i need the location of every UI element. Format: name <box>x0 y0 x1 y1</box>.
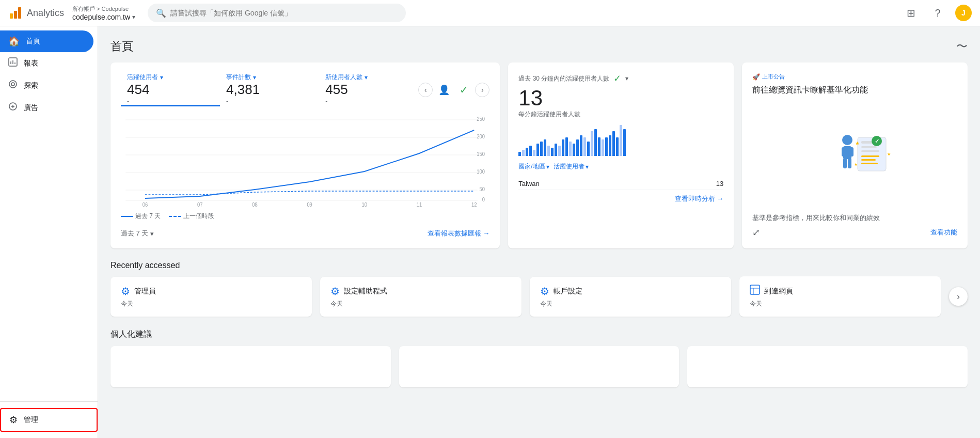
bar-16 <box>573 144 575 156</box>
search-bar[interactable]: 🔍 <box>148 4 406 22</box>
svg-rect-33 <box>849 147 853 157</box>
cards-row: 活躍使用者 ▾ 454 - 事件計數 ▾ 4,381 - <box>110 62 968 248</box>
view-feature-link[interactable]: 查看功能 <box>930 228 957 237</box>
bar-26 <box>609 135 611 156</box>
metric-label-active[interactable]: 活躍使用者 ▾ <box>127 73 214 82</box>
svg-text:100: 100 <box>477 169 485 175</box>
app-logo-text: Analytics <box>27 8 64 19</box>
main-layout: 🏠 首頁 報表 探索 廣告 ⚙ 管理 <box>0 26 980 438</box>
metric-new-users[interactable]: 新使用者人數 ▾ 455 - <box>319 73 418 106</box>
filter-country-dropdown-icon: ▾ <box>546 163 549 170</box>
bar-1 <box>518 152 521 156</box>
bar-9 <box>547 146 550 156</box>
bar-11 <box>555 144 557 156</box>
realtime-count: 13 <box>716 180 723 187</box>
metric-events[interactable]: 事件計數 ▾ 4,381 - <box>220 73 319 106</box>
svg-rect-2 <box>18 7 21 19</box>
svg-text:250: 250 <box>477 116 485 122</box>
analytics-logo-icon <box>8 6 23 20</box>
svg-text:0: 0 <box>482 197 485 202</box>
bar-3 <box>526 148 528 156</box>
recent-card-admin-sub: 今天 <box>121 300 302 308</box>
bar-14 <box>565 137 568 156</box>
account-selector[interactable]: 所有帳戶 > Codepulse codepulse.com.tw ▾ <box>72 5 135 21</box>
bar-21 <box>591 131 593 156</box>
svg-text:11月: 11月 <box>140 207 150 208</box>
bar-5 <box>533 150 535 156</box>
help-icon-button[interactable]: ? <box>928 4 947 22</box>
user-icon-btn[interactable]: 👤 <box>436 82 452 98</box>
recent-card-landing-title: 到達網頁 <box>750 285 930 298</box>
legend-line-current <box>121 216 133 217</box>
expand-icon[interactable]: ⤢ <box>752 227 760 238</box>
announcement-title: 前往總覽資訊卡瞭解基準化功能 <box>752 85 957 96</box>
recent-card-setup[interactable]: ⚙ 設定輔助程式 今天 <box>320 277 521 317</box>
sidebar-item-advertising[interactable]: 廣告 <box>0 97 93 119</box>
bar-7 <box>540 142 543 156</box>
metrics-next-btn[interactable]: › <box>475 83 489 97</box>
metric-label-new[interactable]: 新使用者人數 ▾ <box>325 73 412 82</box>
account-name[interactable]: codepulse.com.tw ▾ <box>72 13 135 21</box>
svg-rect-45 <box>861 155 879 157</box>
admin-gear-icon: ⚙ <box>121 285 130 298</box>
filter-country-btn[interactable]: 國家/地區 ▾ <box>518 162 549 171</box>
admin-gear-icon: ⚙ <box>9 414 18 426</box>
metrics-prev-btn[interactable]: ‹ <box>418 83 433 97</box>
bar-28 <box>616 137 619 156</box>
svg-point-8 <box>11 83 14 86</box>
svg-point-30 <box>842 135 852 145</box>
svg-rect-1 <box>14 11 17 19</box>
date-range-dropdown-icon: ▾ <box>150 230 154 238</box>
svg-text:09: 09 <box>307 202 312 208</box>
recent-card-account[interactable]: ⚙ 帳戶設定 今天 <box>530 277 731 317</box>
rec-card-3 <box>687 346 968 387</box>
chart-area: 250 200 150 100 50 0 06 <box>121 115 489 208</box>
svg-text:11: 11 <box>417 202 422 208</box>
trending-icon[interactable]: 〜 <box>956 39 968 54</box>
svg-rect-46 <box>861 159 876 161</box>
landing-table-icon <box>750 285 760 298</box>
bar-13 <box>562 139 564 156</box>
recommendations-row <box>110 346 968 387</box>
advertising-icon <box>8 102 18 114</box>
realtime-dropdown-icon[interactable]: ▾ <box>625 75 628 82</box>
metric-events-dropdown-icon: ▾ <box>253 74 256 81</box>
content-area: 首頁 〜 活躍使用者 ▾ 454 - <box>98 26 980 438</box>
rec-card-1 <box>110 346 391 387</box>
page-title: 首頁 <box>110 39 133 54</box>
view-report-link[interactable]: 查看報表數據匯報 → <box>428 229 490 238</box>
check-icon-btn[interactable]: ✓ <box>455 82 472 98</box>
sidebar-item-explore[interactable]: 探索 <box>0 74 93 97</box>
account-breadcrumb: 所有帳戶 > Codepulse <box>72 5 135 13</box>
svg-rect-38 <box>861 146 877 148</box>
recent-cards-next-btn[interactable]: › <box>949 287 968 306</box>
filter-active-users-btn[interactable]: 活躍使用者 ▾ <box>554 162 589 171</box>
bar-24 <box>602 139 604 156</box>
recent-card-landing[interactable]: 到達網頁 今天 <box>739 276 941 317</box>
metric-active-users[interactable]: 活躍使用者 ▾ 454 - <box>121 73 220 106</box>
sidebar-item-home[interactable]: 🏠 首頁 <box>0 30 93 52</box>
apps-icon-button[interactable]: ⊞ <box>902 4 920 22</box>
realtime-bar-chart <box>518 125 723 156</box>
sidebar: 🏠 首頁 報表 探索 廣告 ⚙ 管理 <box>0 26 98 438</box>
sidebar-item-reports[interactable]: 報表 <box>0 52 93 74</box>
recent-card-landing-sub: 今天 <box>750 300 930 308</box>
bar-27 <box>612 131 615 156</box>
recent-card-admin[interactable]: ⚙ 管理員 今天 <box>110 277 312 317</box>
metric-label-events[interactable]: 事件計數 ▾ <box>226 73 313 82</box>
top-header: Analytics 所有帳戶 > Codepulse codepulse.com… <box>0 0 980 26</box>
svg-text:200: 200 <box>477 134 485 139</box>
date-range-button[interactable]: 過去 7 天 ▾ <box>121 229 154 238</box>
user-avatar[interactable]: J <box>955 5 972 21</box>
realtime-footer: 查看即時分析 → <box>518 194 723 204</box>
view-realtime-link[interactable]: 查看即時分析 → <box>675 194 724 204</box>
svg-rect-35 <box>848 158 851 168</box>
realtime-country: Taiwan <box>518 180 539 187</box>
sidebar-item-admin[interactable]: ⚙ 管理 <box>0 408 98 432</box>
legend-line-previous <box>169 216 181 217</box>
main-card-footer: 過去 7 天 ▾ 查看報表數據匯報 → <box>121 225 489 238</box>
rec-card-2 <box>399 346 679 387</box>
sidebar-label-admin: 管理 <box>24 415 38 425</box>
search-input[interactable] <box>170 9 398 17</box>
line-chart-svg: 250 200 150 100 50 0 06 <box>121 115 489 208</box>
